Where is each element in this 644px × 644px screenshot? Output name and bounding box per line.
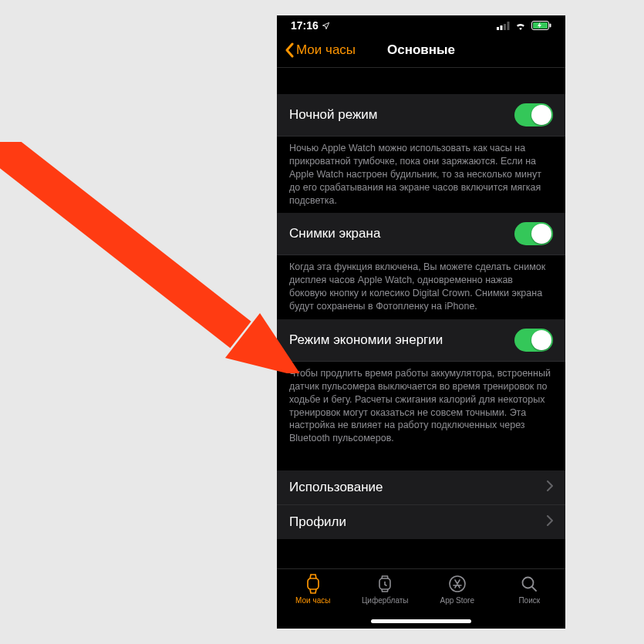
settings-list[interactable]: Ночной режим Ночью Apple Watch можно исп… xyxy=(277,68,565,568)
svg-rect-7 xyxy=(308,578,319,589)
screenshots-row[interactable]: Снимки экрана xyxy=(277,213,565,255)
screenshots-toggle[interactable] xyxy=(514,222,553,245)
svg-rect-2 xyxy=(504,24,506,30)
svg-line-11 xyxy=(532,587,536,591)
screenshots-desc: Когда эта функция включена, Вы можете сд… xyxy=(277,255,565,319)
status-time: 17:16 xyxy=(291,19,319,32)
back-label: Мои часы xyxy=(296,42,356,58)
svg-rect-6 xyxy=(550,24,551,28)
tab-label: Поиск xyxy=(518,596,540,605)
search-icon xyxy=(520,574,538,594)
svg-rect-1 xyxy=(501,25,503,30)
chevron-right-icon xyxy=(547,515,553,529)
profiles-row[interactable]: Профили xyxy=(277,505,565,539)
location-icon xyxy=(322,22,330,30)
power-saving-row[interactable]: Режим экономии энергии xyxy=(277,319,565,362)
faces-icon xyxy=(376,574,393,594)
svg-line-12 xyxy=(0,142,241,335)
night-mode-row[interactable]: Ночной режим xyxy=(277,94,565,137)
usage-label: Использование xyxy=(289,480,383,495)
cellular-icon xyxy=(497,22,510,30)
screenshots-label: Снимки экрана xyxy=(289,226,380,241)
chevron-left-icon xyxy=(285,42,294,58)
night-mode-desc: Ночью Apple Watch можно использовать как… xyxy=(277,137,565,213)
tab-search[interactable]: Поиск xyxy=(494,574,566,629)
appstore-icon xyxy=(448,574,467,594)
pointer-arrow xyxy=(0,142,310,373)
phone-screen: 17:16 Мои часы Основные Ночной режим Ноч… xyxy=(277,15,565,629)
battery-icon xyxy=(531,21,551,30)
status-bar: 17:16 xyxy=(277,15,565,35)
chevron-right-icon xyxy=(547,480,553,494)
power-saving-desc: Чтобы продлить время работы аккумулятора… xyxy=(277,362,565,451)
tab-label: Мои часы xyxy=(295,596,330,605)
tab-label: Циферблаты xyxy=(362,596,409,605)
night-mode-label: Ночной режим xyxy=(289,107,378,123)
night-mode-toggle[interactable] xyxy=(514,103,553,126)
tab-label: App Store xyxy=(440,596,474,605)
tab-my-watch[interactable]: Мои часы xyxy=(277,574,349,629)
power-saving-label: Режим экономии энергии xyxy=(289,332,443,348)
svg-rect-3 xyxy=(507,22,510,30)
back-button[interactable]: Мои часы xyxy=(285,42,356,58)
svg-rect-0 xyxy=(497,27,499,30)
power-saving-toggle[interactable] xyxy=(514,329,553,352)
home-indicator[interactable] xyxy=(371,619,471,623)
watch-icon xyxy=(305,574,321,594)
wifi-icon xyxy=(514,22,527,30)
nav-header: Мои часы Основные xyxy=(277,35,565,68)
profiles-label: Профили xyxy=(289,514,346,530)
usage-row[interactable]: Использование xyxy=(277,470,565,505)
page-title: Основные xyxy=(387,42,455,58)
